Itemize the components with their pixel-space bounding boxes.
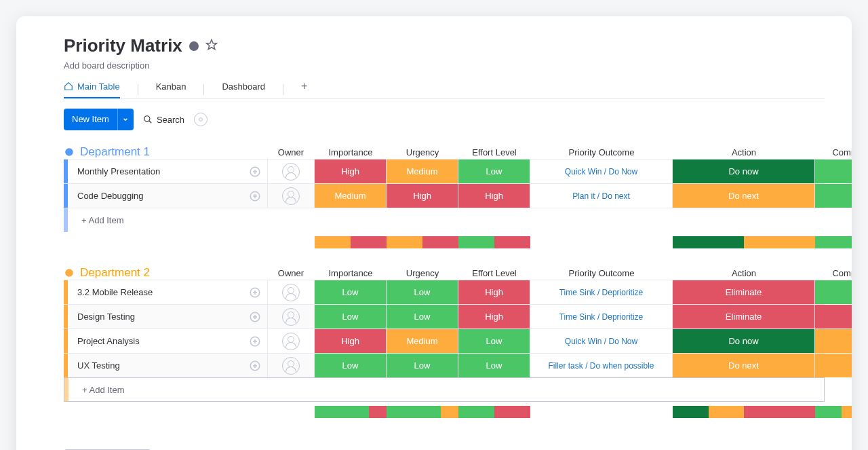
priority-cell[interactable]: Plan it / Do next: [530, 184, 673, 208]
effort-cell[interactable]: High: [458, 305, 530, 329]
column-owner[interactable]: Owner: [267, 268, 315, 278]
table-row[interactable]: Design Testing Low Low High Time Sink / …: [64, 304, 825, 329]
importance-cell[interactable]: Low: [315, 354, 387, 377]
owner-cell[interactable]: [267, 280, 315, 304]
collapse-icon[interactable]: [64, 147, 75, 157]
add-subitem-icon[interactable]: [248, 310, 262, 324]
priority-cell[interactable]: Quick Win / Do Now: [530, 160, 673, 183]
column-completion[interactable]: Completion status: [815, 268, 852, 278]
urgency-cell[interactable]: High: [387, 184, 458, 208]
column-owner[interactable]: Owner: [267, 147, 315, 157]
column-urgency[interactable]: Urgency: [387, 268, 458, 278]
effort-cell[interactable]: Low: [458, 160, 530, 183]
priority-cell[interactable]: Time Sink / Deprioritize: [530, 305, 673, 329]
column-importance[interactable]: Importance: [315, 268, 387, 278]
action-cell[interactable]: Do now: [673, 329, 815, 353]
add-subitem-icon[interactable]: [248, 165, 262, 179]
tab-kanban[interactable]: Kanban: [156, 81, 186, 98]
table-row[interactable]: 3.2 Mobile Release Low Low High Time Sin…: [64, 280, 825, 304]
star-icon[interactable]: [205, 39, 218, 53]
priority-cell[interactable]: Time Sink / Deprioritize: [530, 280, 673, 304]
owner-cell[interactable]: [267, 329, 315, 353]
item-name-cell[interactable]: Project Analysis: [64, 329, 267, 353]
column-priority[interactable]: Priority Outcome: [530, 147, 673, 157]
board-description[interactable]: Add board description: [64, 60, 825, 71]
owner-cell[interactable]: [267, 305, 315, 329]
completion-cell[interactable]: Done: [815, 280, 852, 304]
effort-cell[interactable]: High: [458, 280, 530, 304]
column-action[interactable]: Action: [673, 147, 815, 157]
group-title[interactable]: Department 2: [64, 266, 267, 280]
add-tab-button[interactable]: +: [301, 80, 307, 99]
item-name-cell[interactable]: Design Testing: [64, 305, 267, 329]
person-icon: [282, 284, 300, 301]
effort-cell[interactable]: Low: [458, 329, 530, 353]
effort-cell[interactable]: High: [458, 184, 530, 208]
urgency-cell[interactable]: Low: [387, 354, 458, 377]
column-completion[interactable]: Completion status: [815, 147, 852, 157]
column-effort[interactable]: Effort Level: [458, 268, 530, 278]
toolbar: New Item Search: [64, 109, 825, 130]
new-item-button[interactable]: New Item: [64, 109, 134, 130]
table-row[interactable]: Project Analysis High Medium Low Quick W…: [64, 329, 825, 353]
importance-cell[interactable]: High: [315, 160, 387, 183]
importance-cell[interactable]: High: [315, 329, 387, 353]
urgency-cell[interactable]: Low: [387, 305, 458, 329]
collapse-icon[interactable]: [64, 267, 75, 278]
item-name-cell[interactable]: UX Testing: [64, 354, 267, 377]
owner-cell[interactable]: [267, 184, 315, 208]
importance-cell[interactable]: Low: [315, 305, 387, 329]
add-subitem-icon[interactable]: [248, 286, 262, 299]
owner-cell[interactable]: [267, 354, 315, 377]
action-cell[interactable]: Eliminate: [673, 305, 815, 329]
new-item-dropdown[interactable]: [117, 109, 134, 130]
importance-cell[interactable]: Medium: [315, 184, 387, 208]
column-action[interactable]: Action: [673, 268, 815, 278]
tab-main-table[interactable]: Main Table: [64, 81, 120, 98]
action-cell[interactable]: Eliminate: [673, 280, 815, 304]
summary-importance: [315, 236, 387, 248]
column-effort[interactable]: Effort Level: [458, 147, 530, 157]
priority-cell[interactable]: Filler task / Do when possible: [530, 354, 673, 377]
completion-cell[interactable]: Pending: [815, 354, 852, 377]
effort-cell[interactable]: Low: [458, 354, 530, 377]
completion-cell[interactable]: Pending: [815, 329, 852, 353]
action-cell[interactable]: Do next: [673, 184, 815, 208]
item-name-cell[interactable]: Monthly Presentation: [64, 160, 267, 183]
item-name: Project Analysis: [77, 336, 140, 346]
add-item-row[interactable]: + Add Item: [64, 377, 825, 402]
add-item-row[interactable]: + Add Item: [64, 208, 825, 232]
column-urgency[interactable]: Urgency: [387, 147, 458, 157]
title-row: Priority Matrix: [64, 35, 825, 56]
svg-point-3: [65, 148, 73, 156]
person-filter-icon[interactable]: [194, 113, 208, 126]
table-row[interactable]: Code Debugging Medium High High Plan it …: [64, 183, 825, 208]
owner-cell[interactable]: [267, 160, 315, 183]
info-icon[interactable]: [189, 41, 199, 51]
tab-separator: [138, 84, 138, 95]
add-subitem-icon[interactable]: [248, 189, 262, 203]
urgency-cell[interactable]: Low: [387, 280, 458, 304]
completion-cell[interactable]: Done: [815, 184, 852, 208]
column-importance[interactable]: Importance: [315, 147, 387, 157]
table-row[interactable]: Monthly Presentation High Medium Low Qui…: [64, 159, 825, 183]
board-title[interactable]: Priority Matrix: [64, 35, 182, 56]
summary-urgency: [387, 406, 458, 418]
urgency-cell[interactable]: Medium: [387, 160, 458, 183]
search-button[interactable]: Search: [143, 115, 184, 125]
item-name-cell[interactable]: 3.2 Mobile Release: [64, 280, 267, 304]
action-cell[interactable]: Do next: [673, 354, 815, 377]
item-name-cell[interactable]: Code Debugging: [64, 184, 267, 208]
add-subitem-icon[interactable]: [248, 335, 262, 348]
action-cell[interactable]: Do now: [673, 160, 815, 183]
add-subitem-icon[interactable]: [248, 359, 262, 373]
importance-cell[interactable]: Low: [315, 280, 387, 304]
urgency-cell[interactable]: Medium: [387, 329, 458, 353]
column-priority[interactable]: Priority Outcome: [530, 268, 673, 278]
group-title[interactable]: Department 1: [64, 145, 267, 159]
completion-cell[interactable]: Done: [815, 160, 852, 183]
table-row[interactable]: UX Testing Low Low Low Filler task / Do …: [64, 353, 825, 377]
completion-cell[interactable]: Stuck: [815, 305, 852, 329]
priority-cell[interactable]: Quick Win / Do Now: [530, 329, 673, 353]
tab-dashboard[interactable]: Dashboard: [222, 81, 265, 98]
